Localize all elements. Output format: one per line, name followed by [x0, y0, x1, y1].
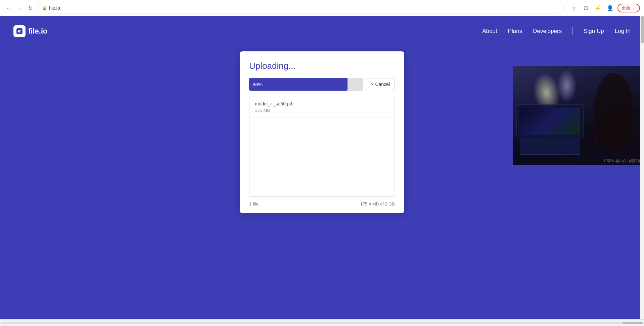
- ad-monitor: [516, 104, 584, 138]
- right-ad: CSDN @小白白程序员: [513, 66, 644, 165]
- progress-bar-container: 86%: [249, 78, 363, 91]
- file-count: 1 file: [249, 201, 258, 206]
- progress-row: 86% × Cancel: [249, 78, 395, 91]
- nav-login[interactable]: Log In: [615, 28, 631, 35]
- size-summary: 175.4 MB of 2 GB: [360, 201, 395, 206]
- h-scrollbar-thumb[interactable]: [623, 322, 643, 324]
- browser-bottom-bar: [0, 319, 644, 326]
- svg-rect-3: [18, 33, 20, 33]
- nav-developers[interactable]: Developers: [533, 28, 562, 35]
- bookmark-button[interactable]: ☆: [569, 3, 579, 13]
- site-logo: file.io: [13, 25, 47, 37]
- file-name: model_ir_se50.pth: [255, 101, 389, 106]
- file-item: model_ir_se50.pth 175 MB: [249, 96, 395, 118]
- ad-spotlight-2: [557, 69, 577, 103]
- progress-bar-fill: 86%: [249, 78, 348, 91]
- update-label: 更新: [622, 5, 630, 11]
- site-nav: file.io About Plans Developers Sign Up L…: [0, 16, 644, 46]
- update-button[interactable]: 更新 ⋮: [617, 4, 640, 12]
- svg-rect-1: [18, 30, 21, 31]
- page-content: 不含税/条款细则适用 ★ STAR ALLIANCE MEMBER file.i…: [0, 16, 644, 319]
- ad-person: [594, 73, 634, 146]
- browser-chrome: ← → ↻ 🔒 file.io ☆ □ ⚡ 👤 更新 ⋮: [0, 0, 644, 16]
- logo-text: file.io: [28, 27, 47, 36]
- address-bar[interactable]: 🔒 file.io: [38, 3, 564, 13]
- page-scrollbar[interactable]: [640, 16, 644, 319]
- forward-button[interactable]: →: [15, 3, 24, 13]
- browser-actions: ☆ □ ⚡ 👤 更新 ⋮: [569, 3, 640, 13]
- nav-about[interactable]: About: [482, 28, 497, 35]
- upload-card: Uploading... 86% × Cancel model_ir_se50.…: [240, 51, 404, 213]
- logo-svg: [16, 28, 23, 35]
- nav-buttons: ← → ↻: [4, 3, 35, 13]
- back-button[interactable]: ←: [4, 3, 13, 13]
- nav-plans[interactable]: Plans: [508, 28, 522, 35]
- profile-button[interactable]: 👤: [605, 3, 615, 13]
- update-dots-icon: ⋮: [632, 6, 636, 11]
- csdn-watermark: CSDN @小白白程序员: [604, 158, 641, 164]
- lock-icon: 🔒: [42, 6, 47, 10]
- browser-toolbar: ← → ↻ 🔒 file.io ☆ □ ⚡ 👤 更新 ⋮: [0, 0, 644, 16]
- logo-icon: [13, 25, 26, 37]
- progress-label: 86%: [252, 82, 263, 87]
- url-text: file.io: [49, 5, 559, 11]
- h-scrollbar-track[interactable]: [1, 322, 643, 324]
- page-scrollbar-thumb[interactable]: [641, 16, 644, 43]
- nav-links: About Plans Developers Sign Up Log In: [415, 27, 631, 35]
- extensions-button[interactable]: ⚡: [593, 3, 603, 13]
- cancel-x-icon: ×: [371, 82, 374, 87]
- cancel-label: Cancel: [375, 82, 390, 87]
- file-size: 175 MB: [255, 108, 389, 113]
- nav-divider: [572, 27, 573, 35]
- file-list-footer: 1 file 175.4 MB of 2 GB: [249, 197, 395, 206]
- screenshot-button[interactable]: □: [581, 3, 591, 13]
- ad-screen: [520, 108, 580, 135]
- cancel-button[interactable]: × Cancel: [366, 79, 395, 90]
- file-list-area[interactable]: model_ir_se50.pth 175 MB: [249, 96, 395, 197]
- reload-button[interactable]: ↻: [26, 3, 35, 13]
- upload-title: Uploading...: [249, 61, 395, 71]
- svg-rect-2: [18, 31, 20, 32]
- right-ad-inner: CSDN @小白白程序员: [513, 66, 644, 165]
- nav-signup[interactable]: Sign Up: [584, 28, 604, 35]
